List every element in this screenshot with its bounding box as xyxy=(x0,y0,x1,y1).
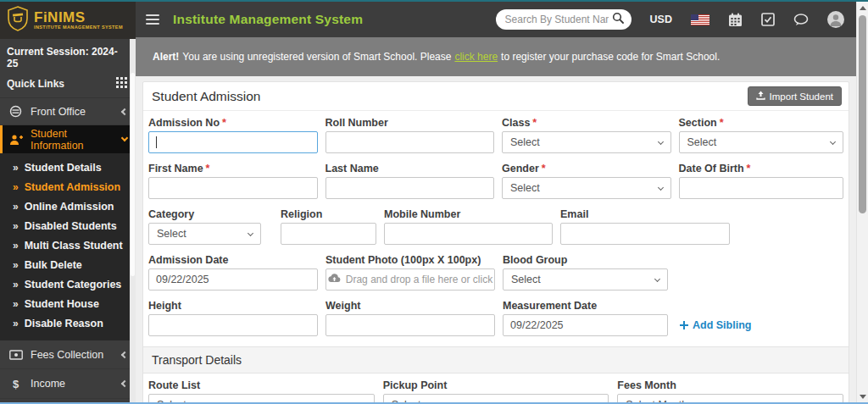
field-label: Weight xyxy=(326,301,495,312)
submenu-arrow-icon: » xyxy=(13,240,19,252)
admission-date-field: Admission Date xyxy=(148,255,318,291)
last-name-input[interactable] xyxy=(326,177,495,199)
tasks-icon[interactable] xyxy=(761,13,775,26)
required-mark: * xyxy=(542,163,546,174)
blood-group-field: Blood Group Select xyxy=(503,255,668,291)
section-select[interactable]: Select xyxy=(679,131,844,153)
sidebar-subitem-student-admission[interactable]: »Student Admission xyxy=(0,178,136,197)
chevron-down-icon xyxy=(657,184,663,190)
religion-input[interactable] xyxy=(281,223,376,245)
sidebar-subitem-online-admission[interactable]: »Online Admission xyxy=(0,197,136,217)
measurement-date-input[interactable] xyxy=(503,314,668,336)
window-top-edge xyxy=(0,0,868,2)
sidebar-item-front-office[interactable]: Front Office xyxy=(0,98,136,125)
quick-links[interactable]: Quick Links xyxy=(7,77,127,91)
class-select[interactable]: Select xyxy=(502,131,671,153)
subitem-label: Student Admission xyxy=(25,181,120,194)
field-label: Mobile Number xyxy=(384,209,553,220)
grid-icon xyxy=(116,77,127,91)
email-input[interactable] xyxy=(560,223,730,245)
scroll-up-arrow[interactable] xyxy=(857,2,868,14)
first-name-field: First Name* xyxy=(148,163,318,199)
class-field: Class* Select xyxy=(502,118,671,153)
subitem-label: Multi Class Student xyxy=(25,240,123,252)
add-sibling-label: Add Sibling xyxy=(693,319,751,331)
date-of-birth-input[interactable] xyxy=(679,177,844,199)
income-icon: $ xyxy=(8,378,23,390)
chevron-down-icon xyxy=(830,138,836,144)
student-search[interactable] xyxy=(496,9,632,30)
sidebar-scrollbar[interactable] xyxy=(130,39,136,404)
field-label: Email xyxy=(560,209,730,220)
blood-group-select[interactable]: Select xyxy=(503,268,668,291)
sidebar-subitem-student-details[interactable]: »Student Details xyxy=(0,158,136,178)
front-office-icon xyxy=(8,105,23,118)
field-label: Blood Group xyxy=(503,255,668,266)
scroll-down-arrow[interactable] xyxy=(857,390,868,402)
chevron-left-icon xyxy=(121,351,128,357)
admission-no-input[interactable] xyxy=(148,131,318,153)
search-input[interactable] xyxy=(505,14,609,25)
brand-tagline: INSTITUTE MANAGEMENT SYSTEM xyxy=(34,25,123,30)
category-select[interactable]: Select xyxy=(148,223,261,245)
first-name-input[interactable] xyxy=(148,177,318,199)
sidebar-item-income[interactable]: $ Income xyxy=(0,369,136,399)
route-list-field: Route List Select xyxy=(148,380,375,404)
sidebar-subitem-student-categories[interactable]: »Student Categories xyxy=(0,275,136,295)
submenu-arrow-icon: » xyxy=(13,220,19,233)
fees-collection-label: Fees Collection xyxy=(31,349,114,361)
subitem-label: Disabled Students xyxy=(25,220,117,233)
register-link[interactable]: click here xyxy=(454,51,498,63)
subitem-label: Disable Reason xyxy=(25,318,103,330)
last-name-field: Last Name xyxy=(326,163,495,199)
calendar-icon[interactable] xyxy=(728,13,743,27)
us-flag-icon[interactable] xyxy=(691,14,709,25)
scrollbar-thumb[interactable] xyxy=(859,15,866,213)
sidebar-subitem-disabled-students[interactable]: »Disabled Students xyxy=(0,217,136,236)
sidebar-subitem-disable-reason[interactable]: »Disable Reason xyxy=(0,314,136,334)
plus-icon xyxy=(680,321,688,329)
main-content: Student Admission Import Student Admis xyxy=(136,76,856,404)
search-icon[interactable] xyxy=(612,12,624,27)
alert-text-after: to register your purchase code for Smart… xyxy=(501,51,720,63)
gender-select[interactable]: Select xyxy=(502,177,671,199)
submenu-arrow-icon: » xyxy=(13,259,19,272)
subitem-label: Student Categories xyxy=(25,279,122,291)
fees-month-field: Fees Month Select Month xyxy=(617,380,843,404)
roll-number-input[interactable] xyxy=(326,131,495,153)
hamburger-menu-icon[interactable] xyxy=(146,14,159,25)
sidebar-subitem-bulk-delete[interactable]: »Bulk Delete xyxy=(0,256,136,275)
add-sibling-link[interactable]: Add Sibling xyxy=(680,314,751,336)
pickup-point-field: Pickup Point Select xyxy=(383,380,609,404)
admission-form: Admission No* Roll Number Class* Select … xyxy=(143,111,849,404)
submenu-arrow-icon: » xyxy=(13,162,19,174)
sidebar-item-fees-collection[interactable]: Fees Collection xyxy=(0,340,136,369)
page-scrollbar[interactable] xyxy=(856,2,868,404)
admission-date-input[interactable] xyxy=(148,268,318,291)
weight-input[interactable] xyxy=(326,314,495,336)
import-student-button[interactable]: Import Student xyxy=(748,86,842,106)
field-label: Gender* xyxy=(502,163,671,174)
submenu-arrow-icon: » xyxy=(13,279,19,291)
field-label: Student Photo (100px X 100px) xyxy=(326,255,495,266)
chevron-left-icon xyxy=(121,108,128,114)
field-label: Class* xyxy=(502,118,671,129)
chat-icon[interactable] xyxy=(793,14,809,26)
field-label: Pickup Point xyxy=(383,380,609,391)
photo-dropzone[interactable]: Drag and drop a file here or click xyxy=(326,268,495,291)
height-input[interactable] xyxy=(148,314,318,336)
field-label: Height xyxy=(148,301,318,312)
sidebar-subitem-student-house[interactable]: »Student House xyxy=(0,295,136,314)
mobile-number-input[interactable] xyxy=(384,223,553,245)
sidebar-item-student-information[interactable]: Student Information xyxy=(0,125,136,153)
field-label: Roll Number xyxy=(326,118,495,129)
page-title: Student Admission xyxy=(152,89,260,104)
currency-selector[interactable]: USD xyxy=(650,14,672,25)
sidebar-subitem-multi-class-student[interactable]: »Multi Class Student xyxy=(0,236,136,256)
top-bar: Institute Management System USD xyxy=(136,2,856,37)
user-avatar[interactable] xyxy=(827,11,844,28)
brand-logo[interactable]: FiNIMS INSTITUTE MANAGEMENT SYSTEM xyxy=(0,2,136,39)
required-mark: * xyxy=(222,117,226,129)
text-cursor xyxy=(156,136,157,148)
card-header: Student Admission Import Student xyxy=(143,82,849,111)
